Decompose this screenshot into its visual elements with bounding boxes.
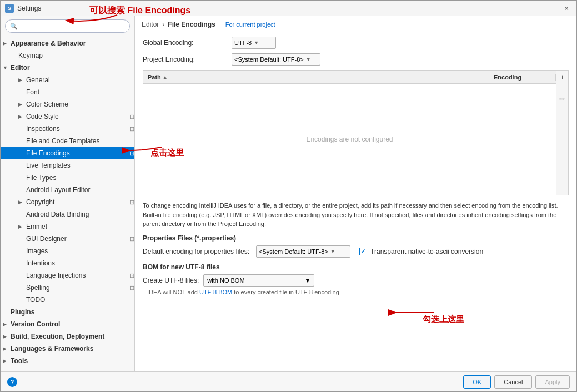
add-encoding-button[interactable]: + (558, 72, 568, 82)
sidebar-item-android-data-binding[interactable]: Android Data Binding (1, 208, 134, 220)
sidebar-item-label: GUI Designer (26, 235, 127, 243)
sidebar-item-android-layout-editor[interactable]: Android Layout Editor (1, 184, 134, 196)
sidebar-item-general[interactable]: ▶General (1, 74, 134, 86)
sidebar-item-images[interactable]: Images (1, 245, 134, 257)
sidebar-item-label: Color Scheme (26, 100, 134, 108)
sidebar-item-copyright[interactable]: ▶Copyright⊡ (1, 196, 134, 208)
content-area: 🔍 ▶Appearance & BehaviorKeymap▼Editor▶Ge… (1, 16, 576, 371)
remove-encoding-button[interactable]: − (558, 83, 568, 93)
global-encoding-select[interactable]: UTF-8 ▼ (232, 37, 276, 49)
chevron-icon: ▶ (3, 334, 11, 339)
sidebar-item-todo[interactable]: TODO (1, 294, 134, 306)
create-utf8-label: Create UTF-8 files: (143, 277, 199, 284)
chevron-down-icon: ▼ (330, 249, 335, 254)
sidebar-item-languages-frameworks[interactable]: ▶Languages & Frameworks (1, 343, 134, 355)
chevron-down-icon: ▼ (304, 277, 310, 284)
project-encoding-select[interactable]: <System Default: UTF-8> ▼ (232, 53, 320, 66)
chevron-icon: ▶ (18, 114, 26, 119)
chevron-icon: ▶ (18, 199, 26, 205)
sidebar-item-build-execution-deployment[interactable]: ▶Build, Execution, Deployment (1, 330, 134, 343)
sidebar-item-intentions[interactable]: Intentions (1, 257, 134, 269)
item-icon: ⊡ (129, 199, 134, 206)
sidebar-item-plugins[interactable]: Plugins (1, 306, 134, 318)
sidebar-item-label: Languages & Frameworks (11, 345, 134, 353)
sidebar-item-label: Version Control (11, 320, 134, 328)
table-header: Path ▲ Encoding (143, 71, 556, 84)
bom-link[interactable]: UTF-8 BOM (199, 289, 232, 295)
create-utf8-select[interactable]: with NO BOM ▼ (203, 274, 314, 287)
sidebar-item-inspections[interactable]: Inspections⊡ (1, 123, 134, 135)
sidebar-item-label: Intentions (26, 259, 134, 267)
sidebar-item-label: Spelling (26, 284, 127, 292)
sidebar-item-label: Copyright (26, 198, 127, 206)
table-actions: + − ✏ (556, 71, 568, 195)
sidebar-item-gui-designer[interactable]: GUI Designer⊡ (1, 233, 134, 245)
help-button[interactable]: ? (7, 377, 17, 387)
chevron-down-icon: ▼ (254, 40, 259, 46)
chevron-icon: ▶ (3, 41, 11, 46)
titlebar: S Settings × (1, 1, 576, 16)
sidebar-item-file-encodings[interactable]: File Encodings⊡ (1, 147, 134, 159)
settings-window: S Settings × 🔍 ▶Appearance & BehaviorKey… (0, 0, 577, 392)
col-path: Path ▲ (143, 74, 489, 81)
sidebar-item-code-style[interactable]: ▶Code Style⊡ (1, 110, 134, 123)
search-icon: 🔍 (10, 23, 18, 30)
sidebar-item-label: General (26, 76, 134, 84)
sidebar-item-label: Code Style (26, 113, 127, 120)
search-input[interactable] (20, 23, 125, 29)
sidebar-item-label: Keymap (18, 52, 134, 59)
sidebar-tree: ▶Appearance & BehaviorKeymap▼Editor▶Gene… (1, 36, 134, 371)
item-icon: ⊡ (129, 113, 134, 120)
panel-content: Global Encoding: UTF-8 ▼ Project Encodin… (135, 31, 576, 371)
sidebar-item-color-scheme[interactable]: ▶Color Scheme (1, 98, 134, 110)
footer: ? OK Cancel Apply (1, 371, 576, 391)
sidebar-item-spelling[interactable]: Spelling⊡ (1, 282, 134, 294)
chevron-icon: ▶ (3, 358, 11, 364)
sidebar-item-live-templates[interactable]: Live Templates (1, 159, 134, 172)
sidebar-item-emmet[interactable]: ▶Emmet (1, 220, 134, 233)
sidebar-item-keymap[interactable]: Keymap (1, 49, 134, 62)
chevron-down-icon: ▼ (306, 57, 311, 62)
sidebar-item-font[interactable]: Font (1, 86, 134, 98)
sidebar-item-file-and-code-templates[interactable]: File and Code Templates (1, 135, 134, 147)
encodings-table: Path ▲ Encoding Encodings are not config… (143, 70, 569, 195)
sidebar-item-label: Tools (11, 357, 134, 365)
sidebar-item-language-injections[interactable]: Language Injections⊡ (1, 269, 134, 282)
sidebar-item-version-control[interactable]: ▶Version Control (1, 318, 134, 330)
info-text: To change encoding IntelliJ IDEA uses fo… (143, 201, 569, 229)
sidebar-item-editor[interactable]: ▼Editor (1, 62, 134, 74)
apply-button[interactable]: Apply (535, 375, 570, 389)
chevron-icon: ▶ (3, 346, 11, 351)
edit-encoding-button[interactable]: ✏ (558, 94, 568, 104)
sidebar-item-label: Android Data Binding (26, 210, 134, 218)
sidebar-item-file-types[interactable]: File Types (1, 172, 134, 184)
app-icon: S (5, 4, 14, 13)
sidebar-item-label: File Encodings (26, 149, 127, 157)
sidebar-item-appearance[interactable]: ▶Appearance & Behavior (1, 37, 134, 49)
transparent-checkbox-row: Transparent native-to-ascii conversion (359, 248, 483, 255)
sidebar-item-tools[interactable]: ▶Tools (1, 355, 134, 367)
sidebar-item-label: File and Code Templates (26, 137, 134, 145)
global-encoding-label: Global Encoding: (143, 39, 232, 47)
sidebar-item-label: Build, Execution, Deployment (11, 333, 134, 340)
ok-button[interactable]: OK (463, 375, 491, 389)
default-encoding-select[interactable]: <System Default: UTF-8> ▼ (256, 245, 350, 258)
sort-icon[interactable]: ▲ (163, 74, 168, 80)
main-panel: Editor › File Encodings For current proj… (135, 16, 576, 371)
cancel-button[interactable]: Cancel (494, 375, 532, 389)
transparent-checkbox[interactable] (359, 248, 367, 255)
sidebar-item-label: Editor (11, 64, 134, 72)
default-encoding-label: Default encoding for properties files: (143, 248, 249, 255)
current-project-link[interactable]: For current project (225, 21, 275, 28)
item-icon: ⊡ (129, 272, 134, 279)
window-title: Settings (17, 4, 41, 12)
item-icon: ⊡ (129, 235, 134, 243)
close-button[interactable]: × (561, 3, 572, 14)
sidebar-item-label: Live Templates (26, 162, 134, 169)
breadcrumb-sep: › (162, 21, 164, 28)
properties-section-header: Properties Files (*.properties) (143, 234, 569, 242)
search-box[interactable]: 🔍 (5, 19, 130, 33)
table-body-empty: Encodings are not configured (143, 84, 556, 195)
col-encoding: Encoding (489, 74, 556, 81)
item-icon: ⊡ (129, 150, 134, 157)
